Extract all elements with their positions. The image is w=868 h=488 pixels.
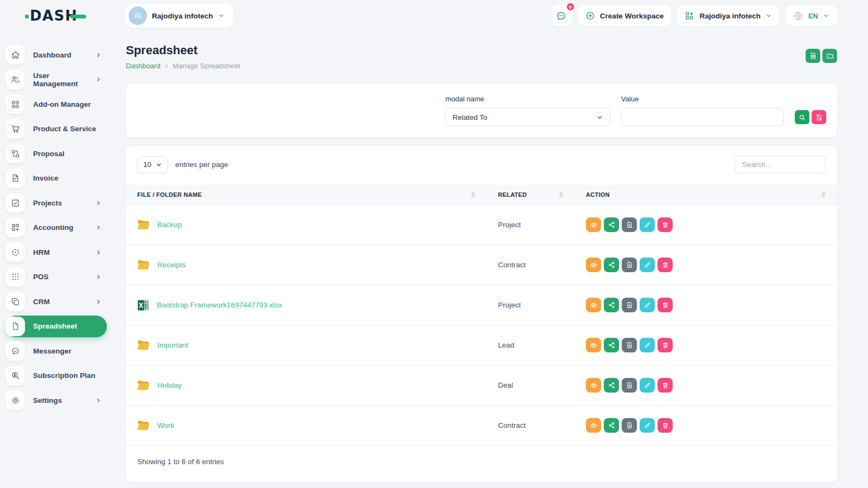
breadcrumb-separator: › <box>165 61 168 70</box>
clear-filter-button[interactable] <box>812 110 826 124</box>
view-button[interactable] <box>586 217 601 232</box>
column-header-file-folder-name[interactable]: FILE / FOLDER NAME <box>126 185 487 205</box>
topbar-actions: 0 Create Workspace Rajodiya infotech EN <box>551 5 837 26</box>
sidebar-item-crm[interactable]: CRM <box>5 291 107 312</box>
pencil-icon <box>644 221 651 228</box>
edit-button[interactable] <box>640 298 655 312</box>
sidebar-item-dashboard[interactable]: Dashboard <box>5 44 107 66</box>
sidebar-item-proposal[interactable]: Proposal <box>5 143 107 164</box>
table-row: Holiday Deal <box>126 365 837 406</box>
share-button[interactable] <box>604 298 619 312</box>
file-download-icon <box>626 382 633 389</box>
column-header-related[interactable]: RELATED <box>487 185 575 205</box>
breadcrumb-dashboard-link[interactable]: Dashboard <box>126 62 161 70</box>
app-logo[interactable]: DASH <box>30 8 78 24</box>
view-button[interactable] <box>586 378 601 393</box>
download-button[interactable] <box>622 378 637 393</box>
messenger-button[interactable]: 0 <box>551 5 572 26</box>
related-value: Project <box>487 285 575 325</box>
view-button[interactable] <box>586 258 601 272</box>
file-icon <box>11 322 20 331</box>
table-row: Important Lead <box>126 325 837 365</box>
edit-button[interactable] <box>640 418 655 433</box>
download-button[interactable] <box>622 258 637 272</box>
value-input[interactable] <box>621 108 784 126</box>
sidebar-item-settings[interactable]: Settings <box>5 389 107 411</box>
sidebar-item-pos[interactable]: POS <box>5 266 107 288</box>
apply-filter-button[interactable] <box>795 110 809 124</box>
sort-icon <box>471 192 475 197</box>
column-header-action[interactable]: ACTION <box>575 185 837 205</box>
chevron-right-icon <box>95 52 101 58</box>
eye-icon <box>590 342 597 349</box>
sidebar-item-messenger[interactable]: Messenger <box>5 340 107 362</box>
delete-button[interactable] <box>658 217 673 232</box>
chevron-right-icon <box>95 249 101 255</box>
model-select[interactable]: Related To <box>445 108 610 126</box>
view-button[interactable] <box>586 298 601 312</box>
folder-icon <box>137 340 150 350</box>
file-folder-link[interactable]: Receipts <box>157 261 186 269</box>
page-head-actions <box>806 49 837 63</box>
company-selector[interactable]: Rajodiya infotech <box>677 5 780 26</box>
edit-button[interactable] <box>640 378 655 393</box>
share-button[interactable] <box>604 378 619 393</box>
table-search-input[interactable] <box>735 156 826 174</box>
chevron-right-icon <box>95 299 101 305</box>
sidebar-item-projects[interactable]: Projects <box>5 192 107 214</box>
row-actions <box>586 217 826 232</box>
create-workspace-button[interactable]: Create Workspace <box>578 5 672 26</box>
edit-button[interactable] <box>640 338 655 352</box>
share-icon <box>608 221 615 228</box>
sidebar-item-hrm[interactable]: HRM <box>5 241 107 263</box>
file-folder-link[interactable]: Backup <box>157 221 182 229</box>
workspace-selector[interactable]: Rajodiya infotech <box>126 4 233 28</box>
view-button[interactable] <box>586 418 601 433</box>
cart-icon <box>11 124 20 133</box>
download-button[interactable] <box>622 338 637 352</box>
file-slash-icon <box>815 114 822 121</box>
model-field: modal name Related To <box>445 95 610 126</box>
folder-icon <box>137 260 150 270</box>
file-folder-link[interactable]: Bootstrap Framework1697447793.xlsx <box>157 301 282 309</box>
view-button[interactable] <box>586 338 601 352</box>
focus-icon <box>11 248 20 257</box>
folder-icon <box>137 420 150 431</box>
sidebar-item-addon-manager[interactable]: Add-on Manager <box>5 93 107 115</box>
create-folder-button[interactable] <box>822 49 837 63</box>
file-folder-link[interactable]: Work <box>157 421 174 429</box>
sidebar-item-spreadsheet[interactable]: Spreadsheet <box>5 316 107 337</box>
download-button[interactable] <box>622 217 637 232</box>
sort-icon <box>559 192 563 197</box>
share-button[interactable] <box>604 338 619 352</box>
workspace-name: Rajodiya infotech <box>152 12 213 20</box>
download-button[interactable] <box>622 298 637 312</box>
delete-button[interactable] <box>658 418 673 433</box>
sidebar-item-invoice[interactable]: Invoice <box>5 168 107 189</box>
delete-button[interactable] <box>658 378 673 393</box>
download-button[interactable] <box>622 418 637 433</box>
language-selector[interactable]: EN <box>786 5 837 26</box>
sidebar-item-product-service[interactable]: Product & Service <box>5 118 107 140</box>
sidebar-item-subscription-plan[interactable]: Subscription Plan <box>5 365 107 387</box>
share-button[interactable] <box>604 258 619 272</box>
edit-button[interactable] <box>640 217 655 232</box>
delete-button[interactable] <box>658 338 673 352</box>
edit-button[interactable] <box>640 258 655 272</box>
sidebar-item-user-management[interactable]: User Management <box>5 69 107 91</box>
file-folder-link[interactable]: Holiday <box>157 381 182 389</box>
value-field: Value <box>621 95 784 126</box>
row-actions <box>586 258 826 272</box>
create-file-button[interactable] <box>806 49 820 63</box>
delete-button[interactable] <box>658 258 673 272</box>
breadcrumb-current: Manage Spreadsheet <box>173 62 240 70</box>
sidebar-item-accounting[interactable]: Accounting <box>5 217 107 239</box>
share-button[interactable] <box>604 217 619 232</box>
entries-per-page-select[interactable]: 10 <box>137 156 168 174</box>
file-folder-link[interactable]: Important <box>157 341 188 349</box>
share-button[interactable] <box>604 418 619 433</box>
delete-button[interactable] <box>658 298 673 312</box>
model-field-label: modal name <box>445 95 610 103</box>
chevron-down-icon <box>218 12 225 19</box>
chevron-right-icon <box>95 224 101 230</box>
